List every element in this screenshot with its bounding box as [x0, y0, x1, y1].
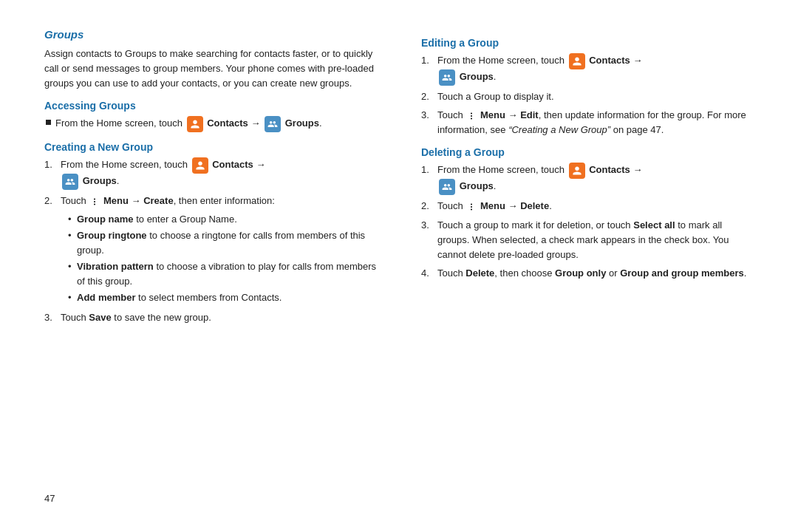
bullet-group-name: Group name to enter a Group Name.: [68, 212, 377, 227]
step-num-2: 2.: [44, 194, 61, 208]
deleting-step-2-content: Touch Menu → Delete.: [437, 199, 754, 214]
deleting-step-num-3: 3.: [421, 218, 437, 233]
creating-step-2-content: Touch Menu → Create, then enter informat…: [61, 194, 377, 307]
accessing-groups-list: From the Home screen, touch Contacts → G…: [44, 116, 377, 132]
editing-step-1-content: From the Home screen, touch Contacts → G…: [437, 53, 754, 86]
svg-point-0: [94, 198, 95, 200]
deleting-group-title: Deleting a Group: [421, 146, 754, 158]
deleting-step-1-content: From the Home screen, touch Contacts → G…: [437, 163, 754, 195]
deleting-step-3: 3. Touch a group to mark it for deletion…: [421, 218, 754, 262]
deleting-step-1: 1. From the Home screen, touch Contacts …: [421, 163, 754, 195]
accessing-groups-title: Accessing Groups: [44, 100, 377, 112]
editing-step-2-content: Touch a Group to display it.: [437, 89, 754, 104]
creating-steps: 1. From the Home screen, touch Contacts …: [44, 157, 377, 325]
bullet-vibration-pattern: Vibration pattern to choose a vibration …: [68, 259, 377, 289]
creating-step-3: 3. Touch Save to save the new group.: [44, 310, 377, 325]
creating-bullets: Group name to enter a Group Name. Group …: [61, 212, 377, 306]
bullet-group-ringtone: Group ringtone to choose a ringtone for …: [68, 228, 377, 258]
groups-icon: [265, 116, 281, 132]
creating-step-1: 1. From the Home screen, touch Contacts …: [44, 157, 377, 190]
editing-group-title: Editing a Group: [421, 37, 754, 49]
columns: Groups Assign contacts to Groups to make…: [44, 28, 754, 485]
contacts-icon-2: [192, 157, 208, 174]
editing-step-num-1: 1.: [421, 53, 437, 68]
deleting-step-2: 2. Touch Menu → Delete.: [421, 199, 754, 214]
square-bullet-icon: [46, 120, 51, 125]
contacts-icon-4: [569, 163, 585, 179]
deleting-step-num-2: 2.: [421, 199, 437, 214]
menu-dots-icon-3: [466, 202, 477, 212]
creating-step-1-content: From the Home screen, touch Contacts → G…: [61, 157, 377, 190]
svg-point-3: [471, 112, 472, 114]
deleting-step-4: 4. Touch Delete, then choose Group only …: [421, 266, 754, 281]
groups-icon-4: [439, 179, 455, 195]
svg-point-8: [471, 208, 472, 210]
step-num-3: 3.: [44, 310, 61, 325]
accessing-groups-item: From the Home screen, touch Contacts → G…: [46, 116, 377, 132]
svg-point-7: [471, 206, 472, 208]
left-column: Groups Assign contacts to Groups to make…: [44, 28, 384, 485]
svg-point-6: [471, 203, 472, 205]
accessing-text: From the Home screen, touch Contacts → G…: [55, 116, 322, 132]
creating-step-3-content: Touch Save to save the new group.: [61, 310, 377, 325]
svg-point-5: [471, 117, 472, 119]
groups-title: Groups: [44, 28, 377, 41]
editing-step-num-2: 2.: [421, 89, 437, 104]
groups-icon-2: [62, 174, 78, 190]
editing-step-1: 1. From the Home screen, touch Contacts …: [421, 53, 754, 86]
groups-icon-3: [439, 69, 455, 86]
deleting-step-3-content: Touch a group to mark it for deletion, o…: [437, 218, 754, 262]
svg-point-1: [94, 201, 95, 202]
deleting-step-num-4: 4.: [421, 266, 437, 281]
deleting-step-num-1: 1.: [421, 163, 437, 177]
bullet-add-member: Add member to select members from Contac…: [68, 290, 377, 305]
editing-steps: 1. From the Home screen, touch Contacts …: [421, 53, 754, 137]
editing-step-3-content: Touch Menu → Edit, then update informati…: [437, 108, 754, 137]
editing-step-3: 3. Touch Menu → Edit, then update inform…: [421, 108, 754, 137]
page-number: 47: [44, 493, 754, 504]
deleting-step-4-content: Touch Delete, then choose Group only or …: [437, 266, 754, 281]
step-num-1: 1.: [44, 157, 61, 172]
svg-point-2: [94, 203, 95, 205]
editing-step-num-3: 3.: [421, 108, 437, 123]
deleting-steps: 1. From the Home screen, touch Contacts …: [421, 163, 754, 281]
page: Groups Assign contacts to Groups to make…: [0, 0, 798, 532]
contacts-icon: [187, 116, 203, 132]
groups-body: Assign contacts to Groups to make search…: [44, 47, 377, 91]
creating-step-2: 2. Touch Menu → Create, then enter infor…: [44, 194, 377, 307]
right-column: Editing a Group 1. From the Home screen,…: [414, 28, 754, 485]
menu-dots-icon-2: [466, 111, 477, 121]
creating-group-title: Creating a New Group: [44, 141, 377, 153]
svg-point-4: [471, 115, 472, 117]
editing-step-2: 2. Touch a Group to display it.: [421, 89, 754, 104]
contacts-icon-3: [569, 53, 585, 69]
menu-dots-icon: [89, 197, 100, 207]
